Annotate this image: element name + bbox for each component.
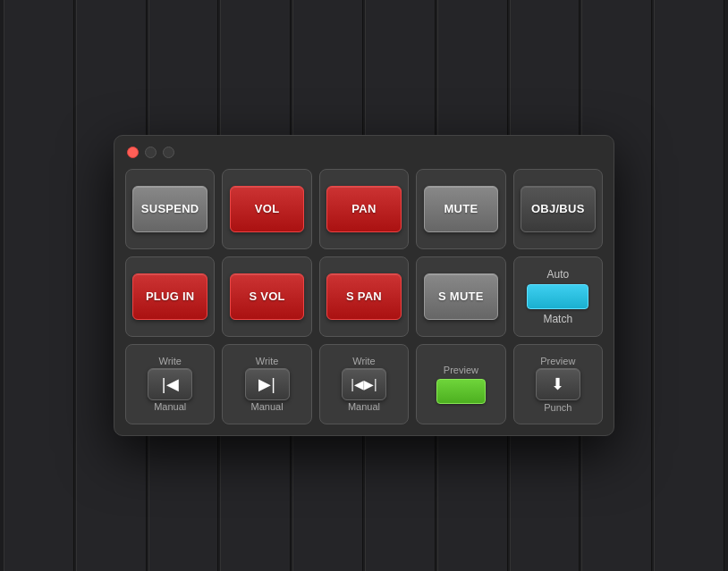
- write-forward-bottom-label: Manual: [251, 402, 284, 412]
- vol-button[interactable]: VOL: [222, 169, 311, 249]
- preview-punch-down-icon: ⬇: [551, 374, 564, 394]
- plug-in-label: PLUG IN: [132, 273, 207, 321]
- s-vol-button[interactable]: S VOL: [222, 256, 311, 337]
- maximize-button[interactable]: [163, 147, 174, 158]
- write-manual-forward-button[interactable]: Write ▶| Manual: [222, 344, 311, 424]
- s-mute-label: S MUTE: [424, 273, 499, 321]
- write-both-icon: |◀▶|: [351, 377, 377, 391]
- plug-in-button[interactable]: PLUG IN: [125, 256, 215, 337]
- preview-green-bar: [436, 379, 485, 404]
- preview-punch-icon-wrap: ⬇: [536, 368, 580, 400]
- mute-button[interactable]: MUTE: [416, 169, 505, 249]
- automation-window: SUSPEND VOL PAN MUTE OBJ/BUS PLUG IN S V…: [114, 135, 614, 436]
- obj-bus-button[interactable]: OBJ/BUS: [513, 169, 603, 249]
- button-grid: SUSPEND VOL PAN MUTE OBJ/BUS PLUG IN S V…: [125, 169, 603, 424]
- minimize-button[interactable]: [145, 147, 157, 158]
- auto-match-top-label: Auto: [546, 268, 569, 281]
- pan-button[interactable]: PAN: [319, 169, 409, 249]
- write-forward-icon: ▶|: [258, 374, 275, 394]
- preview-punch-bottom-label: Punch: [544, 402, 571, 413]
- write-back-bottom-label: Manual: [154, 402, 186, 412]
- suspend-label: SUSPEND: [132, 186, 207, 233]
- pan-label: PAN: [326, 186, 402, 233]
- write-both-bottom-label: Manual: [348, 402, 380, 412]
- preview-button[interactable]: Preview: [416, 344, 505, 424]
- auto-match-button[interactable]: Auto Match: [513, 256, 603, 337]
- preview-punch-button[interactable]: Preview ⬇ Punch: [513, 344, 603, 424]
- preview-top-label: Preview: [444, 365, 478, 375]
- close-button[interactable]: [127, 147, 139, 158]
- s-vol-label: S VOL: [230, 273, 305, 321]
- write-back-top-label: Write: [158, 357, 181, 366]
- vol-label: VOL: [230, 186, 305, 233]
- obj-bus-label: OBJ/BUS: [521, 186, 596, 233]
- mute-label: MUTE: [424, 186, 499, 233]
- write-back-icon: |◀: [162, 374, 179, 394]
- write-both-icon-wrap: |◀▶|: [342, 368, 386, 400]
- write-forward-icon-wrap: ▶|: [245, 368, 290, 400]
- s-pan-button[interactable]: S PAN: [319, 256, 409, 337]
- write-back-icon-wrap: |◀: [148, 368, 192, 400]
- s-pan-label: S PAN: [326, 273, 402, 321]
- title-bar: [125, 147, 603, 158]
- write-forward-top-label: Write: [256, 357, 278, 366]
- auto-match-bottom-label: Match: [543, 313, 572, 325]
- suspend-button[interactable]: SUSPEND: [125, 169, 215, 249]
- auto-match-bar: [527, 284, 588, 309]
- preview-punch-top-label: Preview: [540, 356, 575, 366]
- write-both-top-label: Write: [352, 357, 375, 366]
- s-mute-button[interactable]: S MUTE: [416, 256, 505, 337]
- write-manual-both-button[interactable]: Write |◀▶| Manual: [319, 344, 409, 424]
- write-manual-back-button[interactable]: Write |◀ Manual: [125, 344, 215, 424]
